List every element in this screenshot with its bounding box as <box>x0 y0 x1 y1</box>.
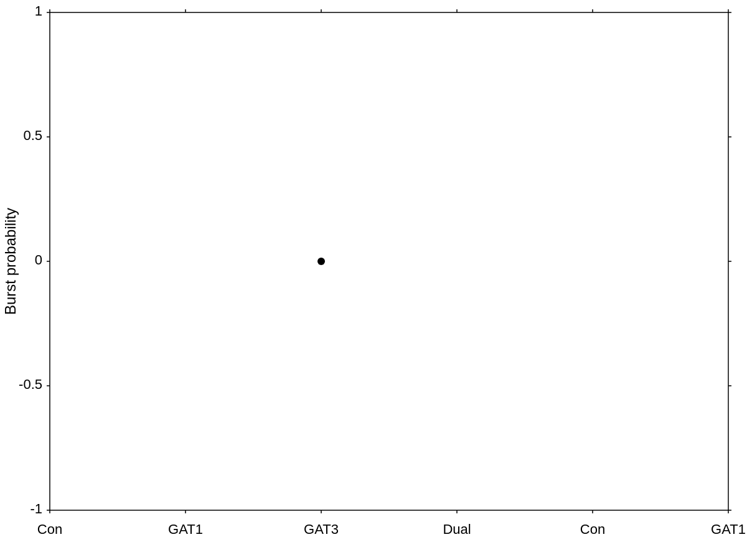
ylabel-0: 0 <box>35 252 42 268</box>
ylabel-neg0.5: -0.5 <box>19 376 42 392</box>
xlabel-con2: Con <box>580 521 605 537</box>
y-axis-title: Burst probability <box>2 208 19 315</box>
xlabel-dual: Dual <box>443 521 471 537</box>
xlabel-gat1-2: GAT1 <box>711 521 746 537</box>
data-point-gat3 <box>317 258 325 265</box>
ylabel-1: 1 <box>35 3 42 19</box>
chart-container: 1 0.5 0 -0.5 -1 Burst probability Con GA… <box>0 0 747 560</box>
background <box>0 0 747 560</box>
ylabel-neg1: -1 <box>30 501 42 516</box>
xlabel-gat1: GAT1 <box>168 521 203 537</box>
ylabel-0.5: 0.5 <box>23 128 42 143</box>
xlabel-gat3: GAT3 <box>304 521 339 537</box>
xlabel-con1: Con <box>37 521 62 537</box>
